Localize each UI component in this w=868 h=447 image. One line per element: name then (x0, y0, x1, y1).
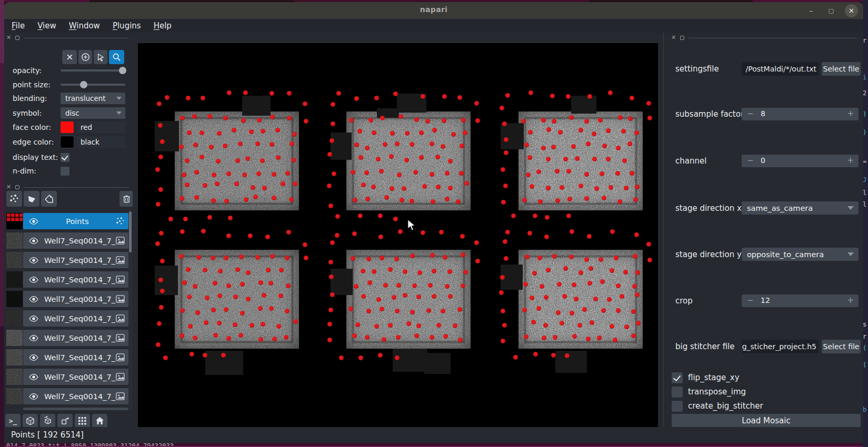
layer-row-body[interactable]: Well7_Seq0014_7_0 (23, 349, 128, 365)
crop-spinbox[interactable]: − 12 + (742, 294, 859, 307)
console-button[interactable]: >_ (5, 414, 21, 428)
layer-row-image-5[interactable]: Well7_Seq0014_7_0 (6, 310, 131, 327)
layer-row-body[interactable]: Well7_Seq0014_7_0 (23, 330, 128, 346)
layer-row-body[interactable]: Well7_Seq0014_7_0 (23, 388, 128, 404)
grid-view-button[interactable] (75, 414, 90, 428)
subsample-spinbox[interactable]: − 8 + (742, 108, 859, 120)
registration-point (565, 353, 570, 358)
delete-points-button[interactable] (62, 50, 77, 64)
settingsfile-select-button[interactable]: Select file (822, 62, 861, 76)
menu-view[interactable]: View (37, 21, 56, 31)
visibility-eye-icon[interactable] (28, 276, 39, 283)
layer-row-image-6[interactable]: Well7_Seq0014_7_0 (6, 330, 131, 346)
flip_stage_xy-checkbox[interactable] (672, 372, 683, 383)
new-points-layer-button[interactable] (6, 191, 22, 207)
edge-color-input[interactable]: black (76, 136, 125, 148)
spin-minus-icon[interactable]: − (747, 156, 754, 165)
dock-float-icon[interactable] (15, 185, 19, 189)
delete-layer-button[interactable] (119, 191, 134, 207)
layer-row-image-9[interactable]: Well7_Seq0014_7_0 (6, 388, 131, 404)
select-points-button[interactable] (94, 50, 107, 64)
layer-row-body[interactable]: Well7_Seq0014_7_0 (23, 369, 128, 385)
layer-row-image-8[interactable]: Well7_Seq0014_7_0 (6, 369, 131, 385)
blending-select[interactable]: translucent (61, 93, 125, 104)
layer-row-partial[interactable] (23, 408, 128, 410)
menu-window[interactable]: Window (69, 21, 100, 31)
new-shapes-layer-button[interactable] (24, 191, 39, 207)
layer-row-body[interactable]: Well7_Seq0014_7_0 (23, 232, 128, 249)
spin-plus-icon[interactable]: + (847, 156, 854, 165)
opacity-slider[interactable] (61, 64, 125, 77)
dock-close-icon[interactable]: ✕ (6, 185, 11, 190)
registration-point (459, 171, 464, 176)
dock-close-icon[interactable]: ✕ (6, 35, 11, 40)
layer-row-body[interactable]: Points (23, 213, 128, 229)
visibility-eye-icon[interactable] (28, 315, 39, 322)
visibility-eye-icon[interactable] (28, 296, 39, 303)
titlebar[interactable]: napari – ▢ ✕ (4, 2, 863, 19)
layer-row-image-4[interactable]: Well7_Seq0014_7_0 (6, 291, 131, 307)
minimize-button[interactable]: – (805, 4, 817, 17)
load-mosaic-button[interactable]: Load Mosaic (672, 414, 861, 427)
stage-direction-x-select[interactable]: same_as_camera (742, 201, 859, 215)
layer-row-body[interactable]: Well7_Seq0014_7_0 (23, 291, 128, 307)
transpose-dimensions-button[interactable] (57, 414, 73, 428)
bigstitcher-select-button[interactable]: Select file (822, 340, 861, 353)
edge-color-swatch[interactable] (61, 136, 74, 148)
layer-row-points[interactable]: Points (6, 213, 131, 229)
settingsfile-input[interactable]: /PostMaldi/*/out.txt (742, 62, 819, 76)
dock-float-icon[interactable] (15, 36, 19, 40)
viewer-canvas[interactable] (138, 43, 658, 427)
menu-help[interactable]: Help (154, 21, 172, 31)
layer-row-body[interactable]: Well7_Seq0014_7_0 (23, 252, 128, 268)
visibility-eye-icon[interactable] (28, 373, 39, 381)
visibility-eye-icon[interactable] (28, 334, 39, 342)
close-button[interactable]: ✕ (845, 4, 858, 17)
spin-minus-icon[interactable]: − (747, 296, 754, 305)
pan-zoom-button[interactable] (109, 50, 124, 64)
layer-list-scrollbar[interactable] (128, 210, 132, 410)
layer-row-image-2[interactable]: Well7_Seq0014_7_0 (6, 252, 131, 268)
new-labels-layer-button[interactable] (41, 191, 57, 207)
reset-view-home-button[interactable] (92, 414, 107, 428)
roll-dimensions-button[interactable] (40, 414, 55, 428)
registration-point (419, 155, 424, 160)
spin-plus-icon[interactable]: + (847, 296, 854, 305)
layer-row-image-1[interactable]: Well7_Seq0014_7_0 (6, 232, 131, 249)
spin-minus-icon[interactable]: − (747, 109, 754, 118)
maximize-button[interactable]: ▢ (825, 4, 837, 17)
face-color-swatch[interactable] (61, 121, 74, 133)
registration-point (156, 342, 161, 347)
visibility-eye-icon[interactable] (28, 237, 39, 245)
bigstitcher-input[interactable]: g_sticher_project.h5 (742, 340, 819, 353)
visibility-eye-icon[interactable] (28, 218, 39, 225)
face-color-input[interactable]: red (76, 121, 125, 133)
symbol-select[interactable]: disc (61, 107, 125, 119)
menu-file[interactable]: File (12, 21, 25, 31)
crop-row: crop − 12 + (664, 294, 863, 308)
stage-direction-y-select[interactable]: opposite_to_camera (742, 248, 859, 261)
create_big_stitcher-checkbox[interactable] (672, 401, 683, 412)
add-points-button[interactable] (78, 50, 92, 64)
visibility-eye-icon[interactable] (28, 257, 39, 264)
registration-point (393, 217, 398, 221)
channel-spinbox[interactable]: − 0 + (742, 155, 859, 167)
layer-row-body[interactable]: Well7_Seq0014_7_0 (23, 271, 128, 288)
layer-row-body[interactable]: Well7_Seq0014_7_0 (23, 310, 128, 327)
toggle-ndisplay-button[interactable] (23, 414, 38, 428)
visibility-eye-icon[interactable] (28, 354, 39, 361)
dock-close-icon[interactable]: ✕ (671, 35, 676, 40)
layer-row-image-3[interactable]: Well7_Seq0014_7_0 (6, 271, 131, 288)
registration-point (536, 169, 541, 174)
transpose_img-checkbox[interactable] (672, 387, 683, 398)
spin-plus-icon[interactable]: + (847, 109, 854, 118)
layer-row-image-7[interactable]: Well7_Seq0014_7_0 (6, 349, 131, 365)
dock-float-icon[interactable] (680, 36, 684, 40)
scrollbar-thumb[interactable] (129, 211, 132, 252)
ndim-checkbox[interactable] (61, 167, 69, 176)
menu-plugins[interactable]: Plugins (113, 21, 141, 31)
visibility-eye-icon[interactable] (28, 393, 39, 400)
registration-point (527, 155, 532, 160)
display-text-checkbox[interactable] (61, 153, 69, 162)
point-size-slider[interactable] (61, 78, 125, 91)
